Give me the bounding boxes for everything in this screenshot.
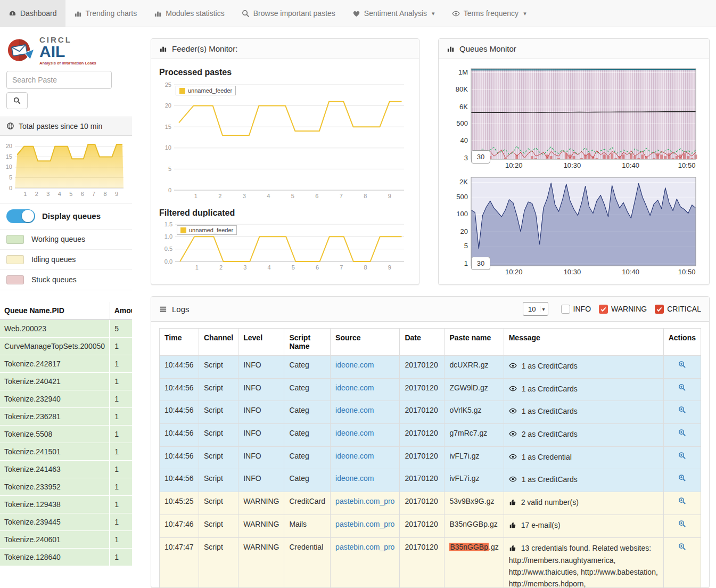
log-date-cell: 20170120 bbox=[400, 446, 445, 469]
display-queues-label: Display queues bbox=[42, 211, 101, 220]
display-queues-row: Display queues bbox=[0, 203, 132, 229]
queue-name-cell: Tokenize.240421 bbox=[0, 372, 110, 390]
logs-header-script-name: Script Name bbox=[284, 329, 331, 356]
logs-header-channel: Channel bbox=[199, 329, 238, 356]
log-filters: INFOWARNINGCRITICAL bbox=[553, 305, 701, 314]
eye-icon bbox=[509, 430, 517, 442]
svg-text:1: 1 bbox=[23, 191, 27, 197]
thumbs-up-icon bbox=[509, 498, 516, 510]
queue-amount-cell: 1 bbox=[110, 372, 132, 390]
queue-amount-cell: 1 bbox=[110, 460, 132, 478]
search-paste-input[interactable] bbox=[6, 71, 112, 89]
log-date-cell: 20170120 bbox=[400, 537, 445, 588]
queue-amount-cell: 1 bbox=[110, 513, 132, 530]
queue-row: Tokenize.2414631 bbox=[0, 460, 132, 478]
info-checkbox[interactable] bbox=[561, 305, 570, 314]
nav-item-label: Browse important pastes bbox=[253, 9, 335, 18]
log-row: 10:44:56ScriptINFOCategideone.com2017012… bbox=[160, 469, 701, 492]
filter-info[interactable]: INFO bbox=[561, 305, 591, 314]
nav-item-terms-frequency[interactable]: Terms frequency▾ bbox=[443, 0, 535, 27]
log-actions-cell bbox=[663, 378, 701, 401]
nav-item-browse-important-pastes[interactable]: Browse important pastes bbox=[233, 0, 344, 27]
svg-text:40: 40 bbox=[460, 136, 468, 144]
source-link[interactable]: ideone.com bbox=[335, 429, 374, 437]
eye-icon bbox=[452, 10, 460, 18]
warning-checkbox[interactable] bbox=[599, 305, 608, 314]
search-plus-icon[interactable] bbox=[678, 429, 686, 438]
thumbs-up-icon bbox=[509, 544, 516, 556]
svg-text:1M: 1M bbox=[458, 68, 468, 76]
source-link[interactable]: pastebin.com_pro bbox=[335, 520, 394, 528]
search-plus-icon[interactable] bbox=[678, 452, 686, 461]
log-source-cell: ideone.com bbox=[331, 469, 400, 492]
queue-row: Tokenize.2362811 bbox=[0, 407, 132, 425]
queue-amount-cell: 1 bbox=[110, 530, 132, 548]
brand-ail: AIL bbox=[39, 44, 96, 60]
log-message-cell: 13 credentials found. Related websites: … bbox=[504, 537, 663, 588]
search-plus-icon[interactable] bbox=[678, 520, 686, 529]
nav-item-trending-charts[interactable]: Trending charts bbox=[65, 0, 146, 27]
queue-row: Tokenize.1294381 bbox=[0, 495, 132, 513]
search-plus-icon[interactable] bbox=[678, 383, 686, 393]
source-link[interactable]: pastebin.com_pro bbox=[335, 497, 394, 505]
bar-chart-icon bbox=[447, 45, 455, 53]
nav-item-sentiment-analysis[interactable]: Sentiment Analysis▾ bbox=[344, 0, 443, 27]
nav-item-label: Dashboard bbox=[20, 9, 57, 18]
search-plus-icon[interactable] bbox=[678, 406, 686, 415]
svg-text:1: 1 bbox=[464, 259, 468, 267]
source-link[interactable]: ideone.com bbox=[335, 452, 374, 460]
log-paste-name-cell: 53v9Bx9G.gz bbox=[445, 492, 504, 515]
log-message-text: 2 as CreditCards bbox=[522, 430, 578, 438]
nav-item-dashboard[interactable]: Dashboard bbox=[0, 0, 65, 27]
log-paste-name-cell: oVrlK5.gz bbox=[445, 401, 504, 424]
queues-top-window-input[interactable] bbox=[471, 150, 490, 164]
source-link[interactable]: ideone.com bbox=[335, 474, 374, 483]
source-link[interactable]: ideone.com bbox=[335, 361, 374, 369]
logs-page-size-select[interactable]: 10 ▾ bbox=[523, 302, 548, 316]
filter-critical[interactable]: CRITICAL bbox=[655, 305, 701, 314]
chevron-down-icon: ▾ bbox=[523, 10, 526, 17]
display-queues-toggle[interactable] bbox=[6, 209, 35, 223]
queue-name-cell: Web.200023 bbox=[0, 320, 110, 338]
log-row: 10:44:56ScriptINFOCategideone.com2017012… bbox=[160, 356, 701, 379]
source-link[interactable]: ideone.com bbox=[335, 383, 374, 392]
source-link[interactable]: ideone.com bbox=[335, 406, 374, 414]
search-plus-icon[interactable] bbox=[678, 361, 686, 370]
log-source-cell: ideone.com bbox=[331, 356, 400, 379]
log-script-cell: Categ bbox=[284, 378, 331, 401]
svg-text:7: 7 bbox=[92, 191, 95, 197]
nav-item-modules-statistics[interactable]: Modules statistics bbox=[145, 0, 233, 27]
source-link[interactable]: pastebin.com_pro bbox=[335, 543, 394, 551]
log-channel-cell: Script bbox=[199, 401, 238, 424]
queue-row: Tokenize.2428171 bbox=[0, 355, 132, 372]
search-plus-icon[interactable] bbox=[678, 474, 686, 484]
total-pastes-heading: Total pastes since 10 min bbox=[0, 117, 132, 136]
svg-text:5: 5 bbox=[69, 191, 72, 197]
logs-panel: Logs 10 ▾ INFOWARNINGCRITICAL TimeChanne… bbox=[151, 296, 710, 588]
search-submit-button[interactable] bbox=[6, 92, 28, 109]
queue-row: CurveManageTopSets.2000501 bbox=[0, 337, 132, 355]
log-script-cell: Categ bbox=[284, 401, 331, 424]
search-icon bbox=[242, 10, 250, 18]
queues-bottom-chart: 2K500100205110:2010:3010:4010:50 bbox=[447, 175, 701, 277]
queues-bottom-window-input[interactable] bbox=[471, 257, 490, 270]
log-actions-cell bbox=[663, 424, 701, 447]
queue-row: Tokenize.2404211 bbox=[0, 372, 132, 390]
log-level-cell: INFO bbox=[238, 356, 284, 379]
heart-icon bbox=[352, 10, 360, 18]
log-row: 10:44:56ScriptINFOCategideone.com2017012… bbox=[160, 401, 701, 424]
log-message-text: 2 valid number(s) bbox=[521, 498, 579, 507]
log-channel-cell: Script bbox=[199, 446, 238, 469]
svg-text:1: 1 bbox=[194, 193, 197, 199]
chevron-down-icon: ▾ bbox=[432, 10, 435, 17]
search-plus-icon[interactable] bbox=[678, 543, 686, 552]
log-time-cell: 10:44:56 bbox=[160, 378, 199, 401]
critical-checkbox[interactable] bbox=[655, 305, 664, 314]
filter-label: CRITICAL bbox=[667, 305, 701, 313]
logo-text: CIRCL AIL Analysis of Information Leaks bbox=[39, 35, 96, 66]
search-plus-icon[interactable] bbox=[678, 497, 686, 507]
logs-heading: Logs 10 ▾ INFOWARNINGCRITICAL bbox=[151, 297, 709, 322]
log-message-cell: 1 as CreditCards bbox=[504, 356, 663, 379]
filter-warning[interactable]: WARNING bbox=[599, 305, 647, 314]
queue-amount-cell: 5 bbox=[110, 320, 132, 338]
